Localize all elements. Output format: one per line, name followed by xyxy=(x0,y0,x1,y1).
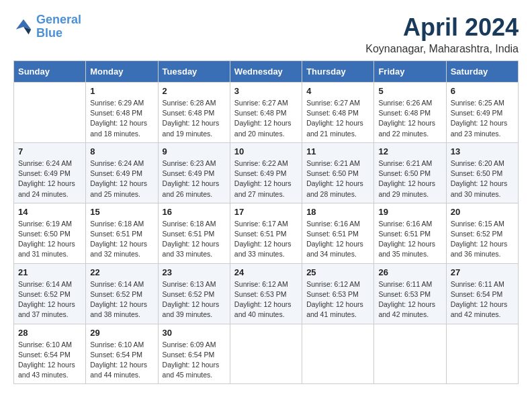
cell-info: Sunrise: 6:18 AM Sunset: 6:51 PM Dayligh… xyxy=(163,219,226,260)
day-number: 3 xyxy=(234,86,298,96)
calendar-table: SundayMondayTuesdayWednesdayThursdayFrid… xyxy=(13,60,519,384)
calendar-cell: 21Sunrise: 6:14 AM Sunset: 6:52 PM Dayli… xyxy=(14,263,86,324)
calendar-cell: 29Sunrise: 6:10 AM Sunset: 6:54 PM Dayli… xyxy=(86,324,158,384)
day-header-wednesday: Wednesday xyxy=(230,61,302,83)
cell-info: Sunrise: 6:10 AM Sunset: 6:54 PM Dayligh… xyxy=(18,340,81,381)
cell-info: Sunrise: 6:12 AM Sunset: 6:53 PM Dayligh… xyxy=(234,279,298,320)
cell-info: Sunrise: 6:20 AM Sunset: 6:50 PM Dayligh… xyxy=(451,158,514,199)
calendar-cell: 17Sunrise: 6:17 AM Sunset: 6:51 PM Dayli… xyxy=(230,203,302,263)
calendar-cell: 18Sunrise: 6:16 AM Sunset: 6:51 PM Dayli… xyxy=(302,203,374,263)
cell-info: Sunrise: 6:11 AM Sunset: 6:54 PM Dayligh… xyxy=(451,279,514,320)
day-number: 23 xyxy=(163,267,226,277)
cell-info: Sunrise: 6:21 AM Sunset: 6:50 PM Dayligh… xyxy=(306,158,369,199)
calendar-cell: 23Sunrise: 6:13 AM Sunset: 6:52 PM Dayli… xyxy=(158,263,230,324)
cell-info: Sunrise: 6:09 AM Sunset: 6:54 PM Dayligh… xyxy=(163,340,226,381)
calendar-week-row: 14Sunrise: 6:19 AM Sunset: 6:50 PM Dayli… xyxy=(14,203,519,263)
cell-info: Sunrise: 6:18 AM Sunset: 6:51 PM Dayligh… xyxy=(90,219,153,260)
cell-info: Sunrise: 6:25 AM Sunset: 6:49 PM Dayligh… xyxy=(451,98,514,139)
logo-text: General Blue xyxy=(36,13,81,40)
cell-info: Sunrise: 6:27 AM Sunset: 6:48 PM Dayligh… xyxy=(306,98,369,139)
cell-info: Sunrise: 6:28 AM Sunset: 6:48 PM Dayligh… xyxy=(163,98,226,139)
day-number: 2 xyxy=(163,86,226,96)
calendar-cell xyxy=(374,324,446,384)
calendar-cell xyxy=(446,324,518,384)
cell-info: Sunrise: 6:11 AM Sunset: 6:53 PM Dayligh… xyxy=(378,279,441,320)
day-number: 5 xyxy=(378,86,441,96)
cell-info: Sunrise: 6:24 AM Sunset: 6:49 PM Dayligh… xyxy=(18,158,81,199)
day-number: 9 xyxy=(163,146,226,156)
day-header-monday: Monday xyxy=(86,61,158,83)
day-number: 10 xyxy=(234,146,298,156)
calendar-cell: 9Sunrise: 6:23 AM Sunset: 6:49 PM Daylig… xyxy=(158,142,230,203)
cell-info: Sunrise: 6:26 AM Sunset: 6:48 PM Dayligh… xyxy=(378,98,441,139)
calendar-header-row: SundayMondayTuesdayWednesdayThursdayFrid… xyxy=(14,61,519,83)
cell-info: Sunrise: 6:13 AM Sunset: 6:52 PM Dayligh… xyxy=(163,279,226,320)
cell-info: Sunrise: 6:17 AM Sunset: 6:51 PM Dayligh… xyxy=(234,219,298,260)
cell-info: Sunrise: 6:27 AM Sunset: 6:48 PM Dayligh… xyxy=(234,98,298,139)
day-number: 20 xyxy=(451,207,514,217)
calendar-cell: 13Sunrise: 6:20 AM Sunset: 6:50 PM Dayli… xyxy=(446,142,518,203)
cell-info: Sunrise: 6:12 AM Sunset: 6:53 PM Dayligh… xyxy=(306,279,369,320)
day-number: 6 xyxy=(451,86,514,96)
day-header-saturday: Saturday xyxy=(446,61,518,83)
cell-info: Sunrise: 6:14 AM Sunset: 6:52 PM Dayligh… xyxy=(90,279,153,320)
cell-info: Sunrise: 6:10 AM Sunset: 6:54 PM Dayligh… xyxy=(90,340,153,381)
calendar-cell: 11Sunrise: 6:21 AM Sunset: 6:50 PM Dayli… xyxy=(302,142,374,203)
calendar-cell: 12Sunrise: 6:21 AM Sunset: 6:50 PM Dayli… xyxy=(374,142,446,203)
calendar-cell: 15Sunrise: 6:18 AM Sunset: 6:51 PM Dayli… xyxy=(86,203,158,263)
calendar-cell: 27Sunrise: 6:11 AM Sunset: 6:54 PM Dayli… xyxy=(446,263,518,324)
day-number: 24 xyxy=(234,267,298,277)
calendar-cell: 25Sunrise: 6:12 AM Sunset: 6:53 PM Dayli… xyxy=(302,263,374,324)
day-number: 29 xyxy=(90,328,153,338)
calendar-cell: 8Sunrise: 6:24 AM Sunset: 6:49 PM Daylig… xyxy=(86,142,158,203)
calendar-cell: 10Sunrise: 6:22 AM Sunset: 6:49 PM Dayli… xyxy=(230,142,302,203)
logo: General Blue xyxy=(13,13,81,40)
day-number: 11 xyxy=(306,146,369,156)
calendar-cell: 20Sunrise: 6:15 AM Sunset: 6:52 PM Dayli… xyxy=(446,203,518,263)
day-header-tuesday: Tuesday xyxy=(158,61,230,83)
day-number: 25 xyxy=(306,267,369,277)
day-number: 21 xyxy=(18,267,81,277)
calendar-cell: 30Sunrise: 6:09 AM Sunset: 6:54 PM Dayli… xyxy=(158,324,230,384)
logo-icon xyxy=(13,17,34,37)
cell-info: Sunrise: 6:21 AM Sunset: 6:50 PM Dayligh… xyxy=(378,158,441,199)
day-number: 26 xyxy=(378,267,441,277)
cell-info: Sunrise: 6:24 AM Sunset: 6:49 PM Dayligh… xyxy=(90,158,153,199)
calendar-cell: 22Sunrise: 6:14 AM Sunset: 6:52 PM Dayli… xyxy=(86,263,158,324)
calendar-cell: 14Sunrise: 6:19 AM Sunset: 6:50 PM Dayli… xyxy=(14,203,86,263)
day-number: 16 xyxy=(163,207,226,217)
cell-info: Sunrise: 6:15 AM Sunset: 6:52 PM Dayligh… xyxy=(451,219,514,260)
day-number: 15 xyxy=(90,207,153,217)
day-number: 12 xyxy=(378,146,441,156)
calendar-cell: 28Sunrise: 6:10 AM Sunset: 6:54 PM Dayli… xyxy=(14,324,86,384)
calendar-cell: 2Sunrise: 6:28 AM Sunset: 6:48 PM Daylig… xyxy=(158,83,230,143)
day-number: 7 xyxy=(18,146,81,156)
day-number: 19 xyxy=(378,207,441,217)
calendar-cell: 4Sunrise: 6:27 AM Sunset: 6:48 PM Daylig… xyxy=(302,83,374,143)
day-number: 28 xyxy=(18,328,81,338)
cell-info: Sunrise: 6:23 AM Sunset: 6:49 PM Dayligh… xyxy=(163,158,226,199)
day-number: 17 xyxy=(234,207,298,217)
day-header-friday: Friday xyxy=(374,61,446,83)
title-area: April 2024 Koynanagar, Maharashtra, Indi… xyxy=(365,13,519,55)
day-header-sunday: Sunday xyxy=(14,61,86,83)
cell-info: Sunrise: 6:29 AM Sunset: 6:48 PM Dayligh… xyxy=(90,98,153,139)
calendar-cell: 3Sunrise: 6:27 AM Sunset: 6:48 PM Daylig… xyxy=(230,83,302,143)
day-number: 13 xyxy=(451,146,514,156)
day-number: 30 xyxy=(163,328,226,338)
calendar-cell: 6Sunrise: 6:25 AM Sunset: 6:49 PM Daylig… xyxy=(446,83,518,143)
cell-info: Sunrise: 6:14 AM Sunset: 6:52 PM Dayligh… xyxy=(18,279,81,320)
cell-info: Sunrise: 6:22 AM Sunset: 6:49 PM Dayligh… xyxy=(234,158,298,199)
calendar-cell: 1Sunrise: 6:29 AM Sunset: 6:48 PM Daylig… xyxy=(86,83,158,143)
calendar-cell xyxy=(14,83,86,143)
day-header-thursday: Thursday xyxy=(302,61,374,83)
cell-info: Sunrise: 6:16 AM Sunset: 6:51 PM Dayligh… xyxy=(306,219,369,260)
month-title: April 2024 xyxy=(365,13,519,42)
calendar-week-row: 28Sunrise: 6:10 AM Sunset: 6:54 PM Dayli… xyxy=(14,324,519,384)
day-number: 8 xyxy=(90,146,153,156)
day-number: 22 xyxy=(90,267,153,277)
calendar-week-row: 7Sunrise: 6:24 AM Sunset: 6:49 PM Daylig… xyxy=(14,142,519,203)
day-number: 14 xyxy=(18,207,81,217)
calendar-week-row: 1Sunrise: 6:29 AM Sunset: 6:48 PM Daylig… xyxy=(14,83,519,143)
calendar-cell: 5Sunrise: 6:26 AM Sunset: 6:48 PM Daylig… xyxy=(374,83,446,143)
